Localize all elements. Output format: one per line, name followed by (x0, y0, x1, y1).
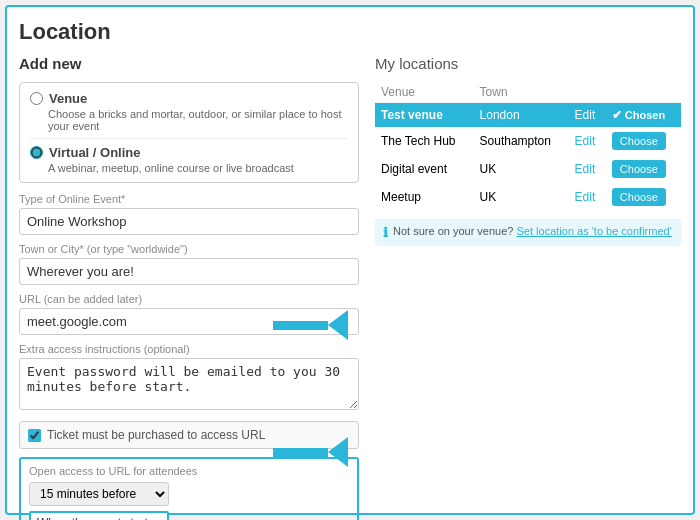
status-cell: Choose (606, 155, 681, 183)
table-row: Meetup UK Edit Choose (375, 183, 681, 211)
venue-description: Choose a bricks and mortar, outdoor, or … (48, 108, 348, 132)
town-cell: UK (474, 183, 569, 211)
col-town: Town (474, 82, 569, 103)
url-access-select[interactable]: 15 minutes before (29, 482, 169, 506)
url-access-title: Open access to URL for attendees (29, 465, 349, 477)
left-panel: Add new Venue Choose a bricks and mortar… (19, 55, 359, 520)
table-row: Digital event UK Edit Choose (375, 155, 681, 183)
radio-divider (30, 138, 348, 139)
col-venue: Venue (375, 82, 474, 103)
event-type-label: Type of Online Event* (19, 193, 359, 205)
my-locations-title: My locations (375, 55, 681, 72)
extra-instructions-field: Extra access instructions (optional) Eve… (19, 343, 359, 413)
info-text: Not sure on your venue? Set location as … (393, 225, 672, 237)
town-field: Town or City* (or type "worldwide") (19, 243, 359, 285)
table-row: The Tech Hub Southampton Edit Choose (375, 127, 681, 155)
url-access-box: Open access to URL for attendees 15 minu… (19, 457, 359, 520)
col-action (569, 82, 606, 103)
edit-link[interactable]: Edit (575, 190, 596, 204)
venue-label: Venue (49, 91, 87, 106)
info-box: ℹ Not sure on your venue? Set location a… (375, 219, 681, 246)
venue-cell: Meetup (375, 183, 474, 211)
chosen-label: Chosen (625, 109, 665, 121)
location-type-group: Venue Choose a bricks and mortar, outdoo… (19, 82, 359, 183)
ticket-checkbox[interactable] (28, 429, 41, 442)
status-cell: Choose (606, 183, 681, 211)
url-label: URL (can be added later) (19, 293, 359, 305)
edit-link[interactable]: Edit (575, 162, 596, 176)
url-access-listbox[interactable]: When the event starts 5 minutes before 1… (29, 511, 169, 520)
town-cell: Southampton (474, 127, 569, 155)
check-icon: ✔ (612, 108, 622, 122)
event-type-input[interactable] (19, 208, 359, 235)
event-type-field: Type of Online Event* (19, 193, 359, 235)
virtual-radio[interactable] (30, 146, 43, 159)
status-cell: ✔ Chosen (606, 103, 681, 128)
url-input[interactable] (19, 308, 359, 335)
locations-table: Venue Town Test venue London Edit ✔ (375, 82, 681, 211)
right-panel: My locations Venue Town Test venue Londo… (375, 55, 681, 520)
chosen-badge: ✔ Chosen (612, 108, 665, 122)
venue-cell: Digital event (375, 155, 474, 183)
page-title: Location (19, 19, 681, 45)
info-icon: ℹ (383, 225, 388, 240)
info-link[interactable]: Set location as 'to be confirmed' (517, 225, 672, 237)
venue-radio[interactable] (30, 92, 43, 105)
venue-option: Venue Choose a bricks and mortar, outdoo… (30, 91, 348, 132)
add-new-title: Add new (19, 55, 359, 72)
extra-textarea[interactable]: Event password will be emailed to you 30… (19, 358, 359, 410)
town-label: Town or City* (or type "worldwide") (19, 243, 359, 255)
edit-cell: Edit (569, 103, 606, 128)
listbox-item-when-starts[interactable]: When the event starts (31, 513, 167, 520)
url-access-select-row: 15 minutes before (29, 482, 349, 506)
choose-button[interactable]: Choose (612, 188, 666, 206)
virtual-radio-label[interactable]: Virtual / Online (30, 145, 348, 160)
url-field: URL (can be added later) (19, 293, 359, 335)
town-input[interactable] (19, 258, 359, 285)
ticket-checkbox-label: Ticket must be purchased to access URL (47, 428, 265, 442)
table-row: Test venue London Edit ✔ Chosen (375, 103, 681, 128)
edit-cell: Edit (569, 183, 606, 211)
virtual-description: A webinar, meetup, online course or live… (48, 162, 348, 174)
choose-button[interactable]: Choose (612, 160, 666, 178)
col-status (606, 82, 681, 103)
ticket-checkbox-row: Ticket must be purchased to access URL (19, 421, 359, 449)
edit-link[interactable]: Edit (575, 108, 596, 122)
content-row: Add new Venue Choose a bricks and mortar… (19, 55, 681, 520)
extra-label: Extra access instructions (optional) (19, 343, 359, 355)
edit-cell: Edit (569, 155, 606, 183)
choose-button[interactable]: Choose (612, 132, 666, 150)
venue-cell: The Tech Hub (375, 127, 474, 155)
virtual-option: Virtual / Online A webinar, meetup, onli… (30, 145, 348, 174)
town-cell: UK (474, 155, 569, 183)
edit-cell: Edit (569, 127, 606, 155)
venue-cell: Test venue (375, 103, 474, 128)
main-container: Location Add new Venue Choose a bricks a… (5, 5, 695, 515)
virtual-label: Virtual / Online (49, 145, 141, 160)
town-cell: London (474, 103, 569, 128)
status-cell: Choose (606, 127, 681, 155)
venue-radio-label[interactable]: Venue (30, 91, 348, 106)
edit-link[interactable]: Edit (575, 134, 596, 148)
